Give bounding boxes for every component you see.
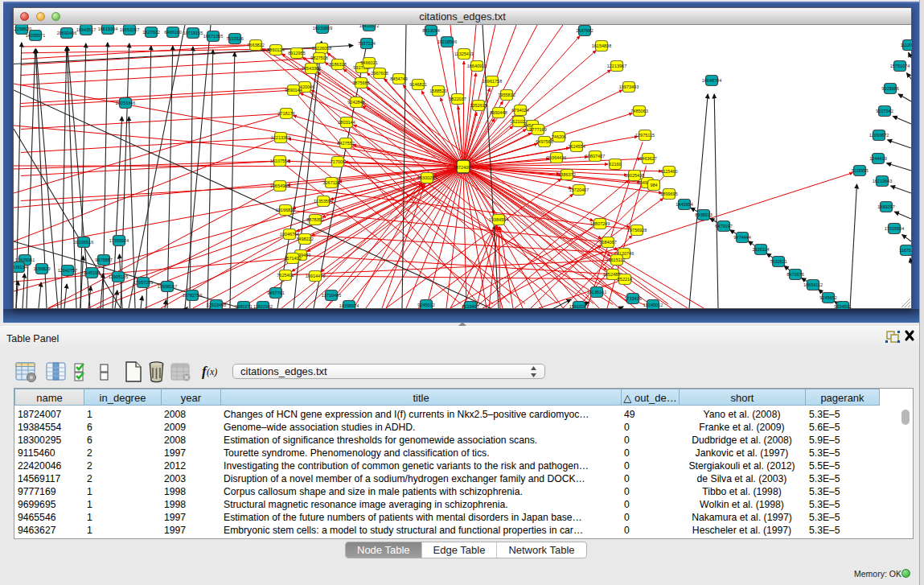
svg-text:1145194: 1145194 <box>83 270 100 275</box>
svg-text:1615112: 1615112 <box>608 257 625 262</box>
svg-text:14136141: 14136141 <box>587 290 606 295</box>
svg-text:2967608: 2967608 <box>371 71 388 76</box>
svg-text:9245012: 9245012 <box>417 303 434 307</box>
svg-text:16543362: 16543362 <box>302 66 321 71</box>
svg-text:8471676: 8471676 <box>786 272 803 277</box>
svg-text:16648784: 16648784 <box>702 78 721 83</box>
svg-text:9146821: 9146821 <box>409 82 426 87</box>
svg-text:12905135: 12905135 <box>109 274 128 279</box>
svg-text:9777169: 9777169 <box>529 127 546 132</box>
svg-text:17359924: 17359924 <box>109 238 129 243</box>
svg-text:2803144: 2803144 <box>338 120 355 125</box>
svg-text:18724007: 18724007 <box>454 165 473 170</box>
svg-text:18300295: 18300295 <box>417 175 437 180</box>
svg-text:19218506: 19218506 <box>437 39 457 44</box>
svg-text:(x): (x) <box>207 366 217 377</box>
svg-text:984: 984 <box>650 183 657 187</box>
svg-text:10943517: 10943517 <box>76 27 96 32</box>
svg-text:16914479: 16914479 <box>306 274 325 278</box>
svg-text:11821902: 11821902 <box>253 304 273 309</box>
svg-text:9329966: 9329966 <box>881 86 898 91</box>
svg-text:10245012: 10245012 <box>643 303 663 307</box>
svg-text:1733426: 1733426 <box>624 296 641 301</box>
svg-text:3822037: 3822037 <box>449 97 466 101</box>
svg-text:9890144: 9890144 <box>285 88 302 93</box>
svg-text:7955812: 7955812 <box>498 93 515 97</box>
svg-text:8990448: 8990448 <box>490 110 507 115</box>
svg-text:7663822: 7663822 <box>247 43 264 47</box>
svg-text:8454749: 8454749 <box>390 76 407 81</box>
svg-text:18807249: 18807249 <box>590 221 610 226</box>
svg-text:3267110: 3267110 <box>322 180 339 185</box>
svg-text:17016504: 17016504 <box>885 226 904 231</box>
svg-text:3624554: 3624554 <box>568 144 585 149</box>
svg-text:20053346: 20053346 <box>116 101 135 105</box>
svg-text:16033809: 16033809 <box>313 26 332 31</box>
svg-text:9457791: 9457791 <box>267 290 284 295</box>
svg-text:1440954: 1440954 <box>676 202 692 207</box>
svg-text:16640910: 16640910 <box>467 64 487 68</box>
svg-text:16210643: 16210643 <box>873 179 892 183</box>
svg-text:8123407: 8123407 <box>462 304 478 309</box>
svg-text:9463627: 9463627 <box>639 156 656 161</box>
svg-text:19654985: 19654985 <box>270 183 290 188</box>
svg-text:1569297: 1569297 <box>877 204 894 209</box>
svg-text:19166825: 19166825 <box>276 208 295 212</box>
svg-text:11325419: 11325419 <box>454 51 474 56</box>
svg-text:3875685: 3875685 <box>352 80 369 85</box>
svg-text:19384554: 19384554 <box>489 217 508 222</box>
svg-text:10025438: 10025438 <box>625 173 644 178</box>
svg-text:16154838: 16154838 <box>592 43 611 48</box>
svg-text:7386372: 7386372 <box>558 172 575 177</box>
svg-text:8427552: 8427552 <box>337 141 354 146</box>
svg-text:13716485: 13716485 <box>322 293 341 298</box>
svg-text:1244419: 1244419 <box>869 156 886 161</box>
svg-text:116753: 116753 <box>899 248 912 253</box>
svg-text:16961758: 16961758 <box>483 79 502 84</box>
svg-text:1352615: 1352615 <box>470 103 487 108</box>
svg-text:3498222: 3498222 <box>296 237 313 241</box>
svg-text:20691406: 20691406 <box>57 31 76 35</box>
svg-text:20206516: 20206516 <box>74 240 93 245</box>
svg-text:13226058: 13226058 <box>312 46 331 51</box>
svg-text:8860124: 8860124 <box>267 47 284 52</box>
svg-text:2718176: 2718176 <box>277 111 294 116</box>
svg-text:12093872: 12093872 <box>869 133 889 138</box>
svg-text:14055571: 14055571 <box>26 33 45 38</box>
svg-text:16671355: 16671355 <box>203 34 223 39</box>
svg-text:8878352: 8878352 <box>306 217 323 222</box>
svg-text:1588520: 1588520 <box>429 89 446 93</box>
svg-text:17957255: 17957255 <box>133 280 153 285</box>
svg-text:8813054: 8813054 <box>422 28 439 33</box>
svg-text:12213967: 12213967 <box>607 64 626 68</box>
svg-text:9827508: 9827508 <box>310 56 327 60</box>
svg-text:717006: 717006 <box>331 159 345 164</box>
svg-text:252214: 252214 <box>618 277 632 282</box>
svg-text:9115460: 9115460 <box>660 169 677 174</box>
svg-text:10973493: 10973493 <box>619 84 639 89</box>
svg-text:9380271: 9380271 <box>235 304 252 309</box>
svg-text:7357224: 7357224 <box>358 41 375 46</box>
svg-text:12213369: 12213369 <box>271 135 290 140</box>
svg-text:12923468: 12923468 <box>207 303 226 307</box>
svg-text:10653267: 10653267 <box>120 27 139 32</box>
svg-text:7625402: 7625402 <box>277 273 294 278</box>
svg-text:1112045: 1112045 <box>901 43 912 47</box>
svg-text:10807487: 10807487 <box>585 154 605 159</box>
svg-text:18416572: 18416572 <box>359 25 379 28</box>
svg-text:16107553: 16107553 <box>270 159 290 163</box>
svg-text:7485063: 7485063 <box>630 109 647 113</box>
svg-text:8186328: 8186328 <box>329 62 346 67</box>
svg-text:16619304: 16619304 <box>98 27 117 31</box>
svg-text:6794024: 6794024 <box>511 108 528 113</box>
svg-text:12258620: 12258620 <box>14 27 31 31</box>
svg-text:19756928: 19756928 <box>627 228 647 233</box>
svg-text:12975115: 12975115 <box>635 133 655 138</box>
svg-text:7515526: 7515526 <box>226 36 243 41</box>
svg-text:6497568: 6497568 <box>536 139 552 144</box>
svg-text:2935114: 2935114 <box>752 247 769 252</box>
svg-text:20364436: 20364436 <box>547 155 566 160</box>
svg-text:12942757: 12942757 <box>58 268 77 273</box>
svg-text:746206: 746206 <box>552 134 566 139</box>
svg-text:1527602: 1527602 <box>142 30 159 35</box>
